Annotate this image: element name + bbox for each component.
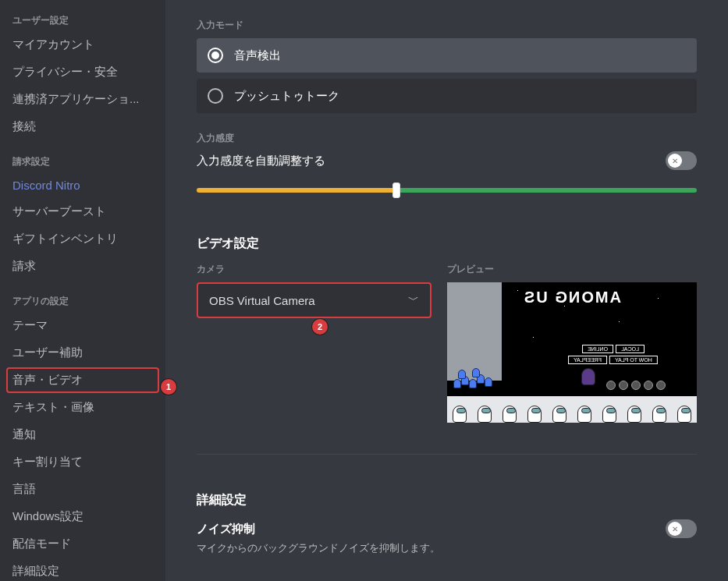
auto-sensitivity-toggle[interactable]: ✕ [666, 151, 697, 170]
sidebar-item-language[interactable]: 言語 [6, 476, 159, 502]
sidebar-item-theme[interactable]: テーマ [6, 313, 159, 338]
chevron-down-icon: ﹀ [408, 293, 419, 307]
radio-push-to-talk[interactable]: プッシュトゥトーク [197, 79, 697, 113]
sidebar-item-text-images[interactable]: テキスト・画像 [6, 395, 159, 420]
camera-preview: AMONG US ONLINE LOCAL FREEPLAY HOW TO PL… [447, 282, 697, 423]
advanced-section-title: 詳細設定 [197, 492, 697, 508]
sidebar-item-authorized-apps[interactable]: 連携済アプリケーショ... [6, 87, 159, 112]
settings-sidebar: ユーザー設定 マイアカウント プライバシー・安全 連携済アプリケーショ... 接… [0, 0, 165, 581]
camera-dropdown[interactable]: OBS Virtual Camera ﹀ [197, 282, 431, 318]
radio-label: 音声検出 [234, 48, 281, 63]
video-section-title: ビデオ設定 [197, 236, 697, 252]
auto-sensitivity-label: 入力感度を自動調整する [197, 154, 325, 168]
sidebar-item-windows-settings[interactable]: Windows設定 [6, 504, 159, 530]
toggle-knob-icon: ✕ [668, 522, 682, 536]
camera-selected-value: OBS Virtual Camera [209, 294, 315, 307]
radio-label: プッシュトゥトーク [234, 89, 339, 104]
preview-label: プレビュー [447, 263, 697, 276]
sensitivity-label: 入力感度 [197, 132, 697, 145]
radio-icon [208, 48, 223, 63]
noise-suppression-title: ノイズ抑制 [197, 522, 255, 537]
preview-crew-strip [447, 396, 697, 423]
input-mode-label: 入力モード [197, 19, 697, 32]
sidebar-item-privacy[interactable]: プライバシー・安全 [6, 59, 159, 85]
sidebar-item-billing[interactable]: 請求 [6, 253, 159, 279]
sidebar-item-gift-inventory[interactable]: ギフトインベントリ [6, 226, 159, 252]
slider-thumb-icon[interactable] [392, 182, 400, 198]
sidebar-item-streamer-mode[interactable]: 配信モード [6, 531, 159, 557]
sidebar-item-server-boost[interactable]: サーバーブースト [6, 199, 159, 225]
radio-voice-activity[interactable]: 音声検出 [197, 38, 697, 73]
preview-game-title: AMONG US [447, 289, 697, 306]
annotation-badge-2: 2 [312, 319, 328, 335]
preview-menu: ONLINE LOCAL FREEPLAY HOW TO PLAY [568, 345, 658, 364]
noise-suppression-toggle[interactable]: ✕ [666, 519, 697, 538]
sidebar-item-nitro[interactable]: Discord Nitro [6, 173, 159, 197]
divider [197, 454, 697, 455]
noise-suppression-desc: マイクからのバックグラウンドノイズを抑制します。 [197, 541, 697, 555]
sidebar-section-user: ユーザー設定 [6, 0, 159, 32]
radio-icon [208, 88, 223, 104]
camera-label: カメラ [197, 263, 431, 276]
sidebar-section-billing: 請求設定 [6, 141, 159, 173]
sidebar-item-advanced[interactable]: 詳細設定 [6, 558, 159, 581]
sidebar-item-notifications[interactable]: 通知 [6, 422, 159, 448]
sensitivity-slider[interactable] [197, 182, 697, 198]
sidebar-item-my-account[interactable]: マイアカウント [6, 32, 159, 58]
settings-content: 入力モード 音声検出 プッシュトゥトーク 入力感度 入力感度を自動調整する ✕ … [165, 0, 728, 581]
toggle-knob-icon: ✕ [668, 154, 682, 168]
sidebar-section-app: アプリの設定 [6, 281, 159, 313]
sidebar-item-accessibility[interactable]: ユーザー補助 [6, 340, 159, 366]
sidebar-item-keybinds[interactable]: キー割り当て [6, 449, 159, 475]
sidebar-item-connections[interactable]: 接続 [6, 114, 159, 140]
sidebar-item-voice-video[interactable]: 音声・ビデオ [6, 367, 159, 393]
